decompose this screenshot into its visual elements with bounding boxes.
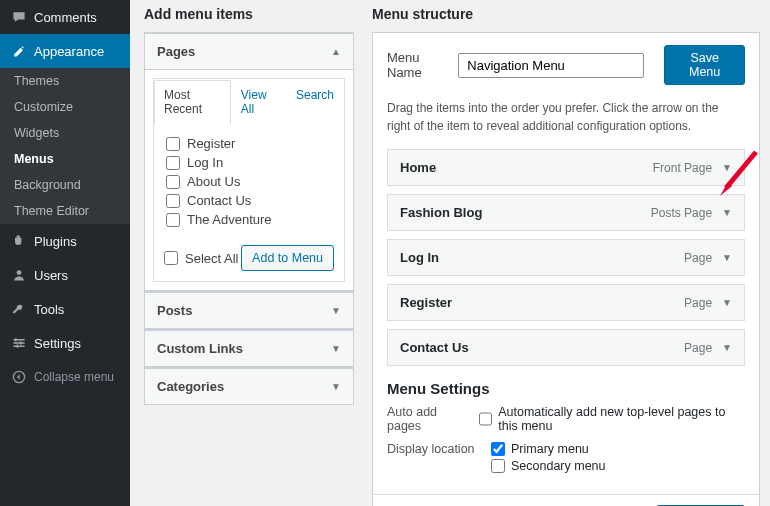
svg-point-0 — [17, 270, 22, 275]
sliders-icon — [10, 334, 28, 352]
menu-name-label: Menu Name — [387, 50, 448, 80]
wrench-icon — [10, 300, 28, 318]
sidebar-item-label: Comments — [34, 10, 97, 25]
checkbox[interactable] — [491, 459, 505, 473]
display-location-label: Display location — [387, 442, 479, 456]
chevron-down-icon: ▼ — [331, 305, 341, 316]
pages-tabs: Most Recent View All Search — [154, 79, 344, 124]
drag-description: Drag the items into the order you prefer… — [387, 99, 745, 135]
tab-search[interactable]: Search — [286, 80, 344, 124]
checkbox[interactable] — [166, 137, 180, 151]
admin-sidebar: Comments Appearance Themes Customize Wid… — [0, 0, 130, 506]
accordion-categories-header[interactable]: Categories▼ — [145, 368, 353, 404]
sidebar-sub-themes[interactable]: Themes — [0, 68, 130, 94]
sidebar-item-comments[interactable]: Comments — [0, 0, 130, 34]
page-check-adventure[interactable]: The Adventure — [166, 210, 332, 229]
sidebar-sub-background[interactable]: Background — [0, 172, 130, 198]
accordion-posts-header[interactable]: Posts▼ — [145, 292, 353, 328]
add-to-menu-button[interactable]: Add to Menu — [241, 245, 334, 271]
checkbox[interactable] — [166, 213, 180, 227]
menu-footer: Delete Menu Save Menu — [372, 494, 760, 506]
menu-structure-heading: Menu structure — [372, 6, 760, 22]
select-all[interactable]: Select All — [164, 249, 238, 268]
chevron-down-icon[interactable]: ▼ — [722, 162, 732, 173]
brush-icon — [10, 42, 28, 60]
checkbox[interactable] — [166, 194, 180, 208]
svg-rect-2 — [20, 341, 22, 344]
checkbox[interactable] — [166, 156, 180, 170]
page-check-contact[interactable]: Contact Us — [166, 191, 332, 210]
sidebar-item-appearance[interactable]: Appearance — [0, 34, 130, 68]
chevron-down-icon[interactable]: ▼ — [722, 252, 732, 263]
chevron-down-icon[interactable]: ▼ — [722, 342, 732, 353]
page-check-register[interactable]: Register — [166, 134, 332, 153]
sidebar-sub-theme-editor[interactable]: Theme Editor — [0, 198, 130, 224]
accordion-custom-links-header[interactable]: Custom Links▼ — [145, 330, 353, 366]
accordion-categories: Categories▼ — [144, 367, 354, 405]
page-check-about[interactable]: About Us — [166, 172, 332, 191]
checkbox[interactable] — [479, 412, 492, 426]
sidebar-sub-customize[interactable]: Customize — [0, 94, 130, 120]
menu-item-fashion-blog[interactable]: Fashion BlogPosts Page▼ — [387, 194, 745, 231]
location-primary[interactable]: Primary menu — [491, 442, 606, 456]
sidebar-sub-menus[interactable]: Menus — [0, 146, 130, 172]
sidebar-item-label: Tools — [34, 302, 64, 317]
comments-icon — [10, 8, 28, 26]
sidebar-item-label: Appearance — [34, 44, 104, 59]
accordion-custom-links: Custom Links▼ — [144, 329, 354, 367]
sidebar-submenu: Themes Customize Widgets Menus Backgroun… — [0, 68, 130, 224]
chevron-down-icon[interactable]: ▼ — [722, 297, 732, 308]
tab-view-all[interactable]: View All — [231, 80, 286, 124]
sidebar-sub-widgets[interactable]: Widgets — [0, 120, 130, 146]
menu-item-register[interactable]: RegisterPage▼ — [387, 284, 745, 321]
accordion-pages: Pages ▲ Most Recent View All Search Regi… — [144, 32, 354, 291]
sidebar-item-plugins[interactable]: Plugins — [0, 224, 130, 258]
auto-add-label: Auto add pages — [387, 405, 467, 433]
menu-panel: Menu Name Save Menu Drag the items into … — [372, 32, 760, 494]
page-check-login[interactable]: Log In — [166, 153, 332, 172]
auto-add-option[interactable]: Automatically add new top-level pages to… — [479, 405, 745, 433]
save-menu-button-top[interactable]: Save Menu — [664, 45, 745, 85]
sidebar-item-label: Collapse menu — [34, 370, 114, 384]
sidebar-item-users[interactable]: Users — [0, 258, 130, 292]
pages-checklist: Register Log In About Us Contact Us The … — [154, 124, 344, 237]
accordion-posts: Posts▼ — [144, 291, 354, 329]
plug-icon — [10, 232, 28, 250]
sidebar-item-settings[interactable]: Settings — [0, 326, 130, 360]
sidebar-item-tools[interactable]: Tools — [0, 292, 130, 326]
add-items-heading: Add menu items — [144, 6, 354, 22]
menu-name-input[interactable] — [458, 53, 644, 78]
chevron-down-icon[interactable]: ▼ — [722, 207, 732, 218]
sidebar-item-label: Users — [34, 268, 68, 283]
sidebar-collapse[interactable]: Collapse menu — [0, 360, 130, 394]
location-secondary[interactable]: Secondary menu — [491, 459, 606, 473]
accordion-title: Pages — [157, 44, 195, 59]
checkbox[interactable] — [164, 251, 178, 265]
chevron-down-icon: ▼ — [331, 381, 341, 392]
menu-item-contact[interactable]: Contact UsPage▼ — [387, 329, 745, 366]
menu-item-login[interactable]: Log InPage▼ — [387, 239, 745, 276]
chevron-down-icon: ▼ — [331, 343, 341, 354]
menu-item-home[interactable]: HomeFront Page▼ — [387, 149, 745, 186]
chevron-up-icon: ▲ — [331, 46, 341, 57]
accordion-pages-header[interactable]: Pages ▲ — [145, 33, 353, 69]
svg-rect-1 — [15, 338, 17, 341]
checkbox[interactable] — [166, 175, 180, 189]
collapse-icon — [10, 368, 28, 386]
menu-settings-heading: Menu Settings — [387, 380, 745, 397]
checkbox[interactable] — [491, 442, 505, 456]
user-icon — [10, 266, 28, 284]
tab-most-recent[interactable]: Most Recent — [154, 80, 231, 124]
sidebar-item-label: Settings — [34, 336, 81, 351]
sidebar-item-label: Plugins — [34, 234, 77, 249]
svg-rect-3 — [17, 345, 19, 348]
